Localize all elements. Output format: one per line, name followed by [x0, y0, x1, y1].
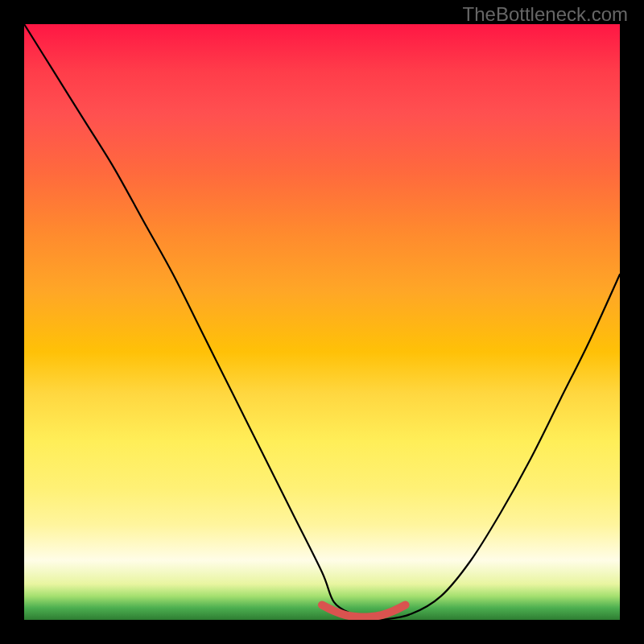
chart-plot-area [24, 24, 620, 620]
optimal-range-marker [322, 605, 406, 617]
watermark-text: TheBottleneck.com [463, 3, 628, 26]
bottleneck-curve-line [24, 24, 620, 620]
chart-svg [24, 24, 620, 620]
